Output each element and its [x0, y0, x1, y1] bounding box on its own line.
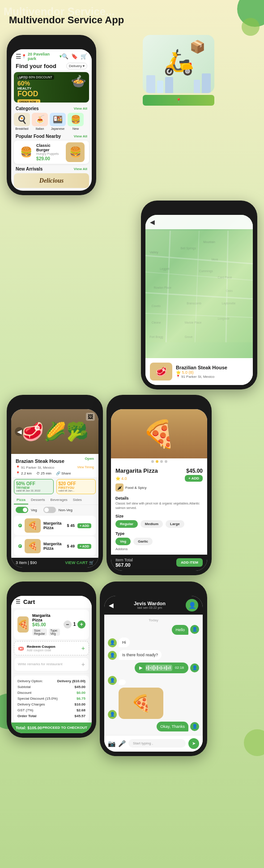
banner-food-img: 🍲	[71, 74, 86, 89]
coupon-row[interactable]: 🎟 Redeem Coupon Add coupon code +	[14, 641, 89, 655]
steak-address: 📍 91 Parker St, Mexico	[16, 466, 54, 470]
popular-view-all[interactable]: View All	[74, 134, 87, 138]
view-cart-btn[interactable]: VIEW CART 🛒	[65, 560, 94, 565]
phone-notch-chat	[131, 582, 176, 591]
total-label: Item Total	[115, 558, 133, 562]
categories-list: 🍳 Breakfast 🍝 Italian 🍱 Japanese 🍔 New	[11, 112, 92, 132]
size-medium[interactable]: Medium	[141, 520, 163, 528]
checkout-btn[interactable]: PROCEED TO CHECKOUT	[43, 726, 87, 730]
title-row: Find your food Delivery ▾	[11, 62, 92, 70]
dot-4	[165, 460, 167, 463]
restaurant-name: Brazilian Steak House	[176, 365, 227, 370]
category-new[interactable]: 🍔 New	[68, 113, 84, 130]
chat-food-image: 🍕	[119, 688, 163, 719]
svg-rect-45	[170, 666, 170, 669]
phone-notch-steak	[33, 395, 77, 405]
pizza-name-row: Margarita Pizza $45.00	[115, 467, 203, 474]
tab-pizza[interactable]: Pizza	[14, 496, 28, 505]
add-btn-1[interactable]: + ADD	[77, 523, 91, 528]
category-breakfast[interactable]: 🍳 Breakfast	[14, 113, 30, 130]
type-veg[interactable]: Veg	[115, 538, 131, 545]
qty-minus-btn[interactable]: −	[64, 620, 72, 629]
location-label[interactable]: 📍 20 Pavelian park ▾	[21, 52, 62, 61]
tab-sides[interactable]: Sides	[70, 496, 85, 505]
add-item-btn[interactable]: ADD ITEM	[176, 558, 203, 567]
order-now-btn[interactable]: ORDER NOW >	[17, 99, 40, 103]
category-italian[interactable]: 🍝 Italian	[32, 113, 48, 130]
nonveg-toggle-btn[interactable]	[43, 507, 56, 513]
svg-rect-43	[166, 666, 167, 670]
cart-item-card: 🍕 Margarita Pizza $45.00 Size: Regular T…	[14, 610, 89, 639]
gallery-icon[interactable]: 🖼	[86, 413, 95, 421]
italian-label: Italian	[36, 127, 44, 130]
chat-back-btn[interactable]: ◀	[109, 602, 114, 609]
categories-view-all[interactable]: View All	[74, 107, 87, 111]
tab-beverages[interactable]: Beverages	[48, 496, 70, 505]
discount-row: Discount $0.00	[17, 690, 85, 696]
phone-notch-pizza	[137, 395, 182, 405]
new-arrivals-view-all[interactable]: View All	[74, 167, 87, 171]
veg-toggle-btn[interactable]	[16, 507, 28, 513]
cart-summary: Delivery Option: Delivery ($10.00) Subto…	[14, 676, 89, 722]
coupon-title: Redeem Coupon	[27, 645, 55, 649]
hero-back-btn[interactable]: ◀	[15, 427, 24, 436]
svg-rect-35	[152, 666, 153, 670]
tag-label: Food & Spicy	[125, 486, 147, 490]
map-roads-svg: Valley Mountain Bell Springs More Legget…	[145, 215, 253, 358]
mic-icon[interactable]: 🎤	[118, 740, 126, 747]
camera-icon[interactable]: 📷	[108, 740, 115, 747]
pizza-price-1: $ 45	[67, 523, 75, 528]
chat-placeholder: Start typing ,	[133, 741, 153, 745]
pizza-bottom-bar: Item Total $67.00 ADD ITEM	[111, 555, 207, 571]
offer-2: $20 OFF FIRSTYOU valid till Jan...	[56, 479, 96, 494]
menu-tabs: Pizza Desserts Beverages Sides	[11, 496, 98, 505]
coupon-add-btn[interactable]: +	[81, 645, 85, 652]
send-btn[interactable]: ➤	[188, 738, 199, 749]
pizza-hero-image: 🍕	[111, 409, 207, 458]
steak-offers: 50% OFF TRYNEW valid till Jan 31 2022 $2…	[11, 477, 98, 496]
share-stat[interactable]: 🔗 Share	[56, 471, 71, 475]
phone-steak-house: ◀ 🥩🌽🥦 🖼 Brazian Steak House Open 📍 91 Pa…	[7, 395, 103, 572]
pizza-size: Size Regular Medium Large	[111, 512, 207, 530]
cart-item-image: 🍕	[17, 616, 29, 633]
pizza-name-1: Margerita Pizza	[43, 521, 64, 530]
type-garlic[interactable]: Garlic	[133, 538, 153, 545]
pizza-add-btn[interactable]: + ADD	[185, 475, 203, 482]
msg-voice: ▶	[135, 663, 188, 673]
search-icon[interactable]: 🔍	[62, 53, 68, 60]
delivery-illustration: 🛵 📦 📍	[100, 35, 257, 106]
add-btn-2[interactable]: + ADD	[77, 544, 91, 549]
order-total-label: Order Total	[17, 714, 37, 718]
scooter-illustration: 🛵 📦	[143, 35, 214, 93]
qty-plus-btn[interactable]: +	[77, 620, 85, 629]
msg-hello-wrapper: Hello 👤	[108, 625, 199, 635]
svg-text:Cummings: Cummings	[199, 269, 213, 273]
popular-item-burger[interactable]: 🍔 Classic Burger Hungry Puppets $29.00 🍔	[14, 141, 89, 164]
pizza-price: $45.00	[186, 468, 203, 474]
play-icon[interactable]: ▶	[139, 665, 143, 670]
bookmark-icon[interactable]: 🔖	[71, 53, 78, 60]
menu-icon[interactable]: ☰	[16, 53, 21, 60]
tag-icon: 🌶	[115, 483, 123, 492]
size-large[interactable]: Large	[166, 520, 184, 528]
cart-icon[interactable]: 🛒	[81, 53, 87, 60]
menu-item-1: 🍕 Margerita Pizza $ 45 + ADD	[14, 516, 96, 535]
size-regular[interactable]: Regular	[115, 520, 138, 528]
map-info-card: 🥩 Brazilian Steak House ⭐ 5.0 (8) 📍 91 P…	[145, 358, 253, 385]
view-timing-link[interactable]: View Timing	[77, 466, 94, 469]
steak-stats: 📍 2.2 km ⏱ 25 min 🔗 Share	[11, 470, 98, 477]
pizza-type: Type Veg Garlic	[111, 530, 207, 547]
delivery-selector[interactable]: Delivery ▾	[66, 63, 87, 69]
remarks-add-icon[interactable]: +	[81, 661, 85, 668]
top-icons: 🔍 🔖 🛒	[62, 53, 87, 60]
svg-rect-41	[162, 667, 163, 669]
svg-text:Laytonville: Laytonville	[222, 302, 236, 305]
svg-text:More: More	[212, 258, 218, 261]
remarks-placeholder[interactable]: Write remarks for restaurant	[18, 662, 62, 666]
svg-rect-36	[153, 665, 154, 671]
category-japanese[interactable]: 🍱 Japanese	[50, 113, 66, 130]
tab-desserts[interactable]: Desserts	[28, 496, 48, 505]
cart-menu-icon[interactable]: ☰	[16, 599, 21, 605]
chat-input[interactable]: Start typing ,	[128, 739, 186, 748]
discount-badge: UPTO 60% DISCOUNT	[17, 75, 54, 80]
